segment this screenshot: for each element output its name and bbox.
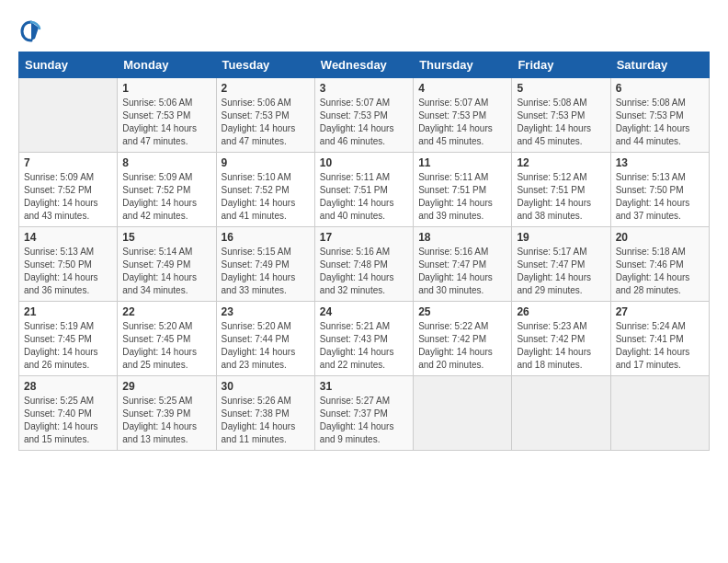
day-number: 20 [616,231,704,244]
day-info: Sunrise: 5:18 AMSunset: 7:46 PMDaylight:… [616,246,704,297]
day-number: 28 [24,380,112,393]
day-info: Sunrise: 5:14 AMSunset: 7:49 PMDaylight:… [122,246,210,297]
day-cell: 25Sunrise: 5:22 AMSunset: 7:42 PMDayligh… [414,302,512,376]
day-number: 1 [122,82,210,95]
day-info: Sunrise: 5:15 AMSunset: 7:49 PMDaylight:… [222,246,310,297]
day-info: Sunrise: 5:26 AMSunset: 7:38 PMDaylight:… [222,395,310,446]
day-cell: 11Sunrise: 5:11 AMSunset: 7:51 PMDayligh… [414,153,512,227]
day-number: 23 [222,305,310,318]
day-number: 10 [320,156,408,169]
day-cell: 18Sunrise: 5:16 AMSunset: 7:47 PMDayligh… [414,227,512,302]
day-number: 12 [517,156,605,169]
day-number: 17 [320,231,408,244]
day-number: 2 [222,82,310,95]
day-number: 6 [616,82,704,95]
day-info: Sunrise: 5:07 AMSunset: 7:53 PMDaylight:… [418,97,506,148]
day-cell: 17Sunrise: 5:16 AMSunset: 7:48 PMDayligh… [314,227,413,302]
day-info: Sunrise: 5:08 AMSunset: 7:53 PMDaylight:… [517,97,605,148]
day-cell: 24Sunrise: 5:21 AMSunset: 7:43 PMDayligh… [314,302,413,376]
day-info: Sunrise: 5:06 AMSunset: 7:53 PMDaylight:… [122,97,210,148]
day-info: Sunrise: 5:13 AMSunset: 7:50 PMDaylight:… [24,246,112,297]
weekday-header-wednesday: Wednesday [314,52,413,78]
day-number: 27 [616,305,704,318]
day-info: Sunrise: 5:19 AMSunset: 7:45 PMDaylight:… [24,320,112,372]
weekday-header-row: SundayMondayTuesdayWednesdayThursdayFrid… [19,52,710,78]
day-info: Sunrise: 5:10 AMSunset: 7:52 PMDaylight:… [222,171,310,223]
day-cell: 13Sunrise: 5:13 AMSunset: 7:50 PMDayligh… [610,153,709,227]
week-row-4: 21Sunrise: 5:19 AMSunset: 7:45 PMDayligh… [19,302,710,376]
day-info: Sunrise: 5:11 AMSunset: 7:51 PMDaylight:… [320,171,408,223]
day-cell: 29Sunrise: 5:25 AMSunset: 7:39 PMDayligh… [118,376,216,451]
day-info: Sunrise: 5:07 AMSunset: 7:53 PMDaylight:… [320,97,408,148]
day-cell: 30Sunrise: 5:26 AMSunset: 7:38 PMDayligh… [216,376,314,451]
day-cell: 15Sunrise: 5:14 AMSunset: 7:49 PMDayligh… [118,227,216,302]
calendar-table: SundayMondayTuesdayWednesdayThursdayFrid… [18,52,710,451]
day-cell: 31Sunrise: 5:27 AMSunset: 7:37 PMDayligh… [314,376,413,451]
day-info: Sunrise: 5:16 AMSunset: 7:47 PMDaylight:… [418,246,506,297]
logo-icon [18,18,44,44]
day-info: Sunrise: 5:06 AMSunset: 7:53 PMDaylight:… [222,97,310,148]
day-number: 22 [122,305,210,318]
day-cell: 10Sunrise: 5:11 AMSunset: 7:51 PMDayligh… [314,153,413,227]
day-number: 24 [320,305,408,318]
day-cell: 23Sunrise: 5:20 AMSunset: 7:44 PMDayligh… [216,302,314,376]
day-number: 30 [222,380,310,393]
week-row-1: 1Sunrise: 5:06 AMSunset: 7:53 PMDaylight… [19,78,710,153]
day-cell: 12Sunrise: 5:12 AMSunset: 7:51 PMDayligh… [512,153,610,227]
day-info: Sunrise: 5:22 AMSunset: 7:42 PMDaylight:… [418,320,506,372]
day-cell: 20Sunrise: 5:18 AMSunset: 7:46 PMDayligh… [610,227,709,302]
day-number: 5 [517,82,605,95]
day-info: Sunrise: 5:11 AMSunset: 7:51 PMDaylight:… [418,171,506,223]
week-row-2: 7Sunrise: 5:09 AMSunset: 7:52 PMDaylight… [19,153,710,227]
day-number: 25 [418,305,506,318]
day-cell: 14Sunrise: 5:13 AMSunset: 7:50 PMDayligh… [19,227,118,302]
day-number: 11 [418,156,506,169]
week-row-5: 28Sunrise: 5:25 AMSunset: 7:40 PMDayligh… [19,376,710,451]
day-cell: 21Sunrise: 5:19 AMSunset: 7:45 PMDayligh… [19,302,118,376]
day-info: Sunrise: 5:25 AMSunset: 7:40 PMDaylight:… [24,395,112,446]
day-info: Sunrise: 5:09 AMSunset: 7:52 PMDaylight:… [122,171,210,223]
day-cell [19,78,118,153]
day-info: Sunrise: 5:20 AMSunset: 7:44 PMDaylight:… [222,320,310,372]
week-row-3: 14Sunrise: 5:13 AMSunset: 7:50 PMDayligh… [19,227,710,302]
day-cell: 28Sunrise: 5:25 AMSunset: 7:40 PMDayligh… [19,376,118,451]
day-info: Sunrise: 5:08 AMSunset: 7:53 PMDaylight:… [616,97,704,148]
day-number: 18 [418,231,506,244]
day-cell: 22Sunrise: 5:20 AMSunset: 7:45 PMDayligh… [118,302,216,376]
day-info: Sunrise: 5:21 AMSunset: 7:43 PMDaylight:… [320,320,408,372]
day-info: Sunrise: 5:25 AMSunset: 7:39 PMDaylight:… [122,395,210,446]
day-cell: 26Sunrise: 5:23 AMSunset: 7:42 PMDayligh… [512,302,610,376]
day-number: 19 [517,231,605,244]
day-number: 3 [320,82,408,95]
day-number: 9 [222,156,310,169]
day-info: Sunrise: 5:13 AMSunset: 7:50 PMDaylight:… [616,171,704,223]
day-number: 21 [24,305,112,318]
day-number: 14 [24,231,112,244]
day-number: 13 [616,156,704,169]
day-info: Sunrise: 5:17 AMSunset: 7:47 PMDaylight:… [517,246,605,297]
day-cell: 4Sunrise: 5:07 AMSunset: 7:53 PMDaylight… [414,78,512,153]
day-info: Sunrise: 5:09 AMSunset: 7:52 PMDaylight:… [24,171,112,223]
day-cell: 6Sunrise: 5:08 AMSunset: 7:53 PMDaylight… [610,78,709,153]
day-cell: 16Sunrise: 5:15 AMSunset: 7:49 PMDayligh… [216,227,314,302]
day-number: 7 [24,156,112,169]
day-cell: 19Sunrise: 5:17 AMSunset: 7:47 PMDayligh… [512,227,610,302]
day-cell [512,376,610,451]
day-number: 26 [517,305,605,318]
day-info: Sunrise: 5:27 AMSunset: 7:37 PMDaylight:… [320,395,408,446]
day-cell [414,376,512,451]
day-cell: 3Sunrise: 5:07 AMSunset: 7:53 PMDaylight… [314,78,413,153]
day-info: Sunrise: 5:23 AMSunset: 7:42 PMDaylight:… [517,320,605,372]
weekday-header-tuesday: Tuesday [216,52,314,78]
header [18,18,710,44]
weekday-header-monday: Monday [118,52,216,78]
logo [18,18,48,44]
day-info: Sunrise: 5:16 AMSunset: 7:48 PMDaylight:… [320,246,408,297]
day-cell: 7Sunrise: 5:09 AMSunset: 7:52 PMDaylight… [19,153,118,227]
day-number: 16 [222,231,310,244]
day-number: 4 [418,82,506,95]
day-cell: 1Sunrise: 5:06 AMSunset: 7:53 PMDaylight… [118,78,216,153]
weekday-header-friday: Friday [512,52,610,78]
day-cell: 2Sunrise: 5:06 AMSunset: 7:53 PMDaylight… [216,78,314,153]
day-cell [610,376,709,451]
